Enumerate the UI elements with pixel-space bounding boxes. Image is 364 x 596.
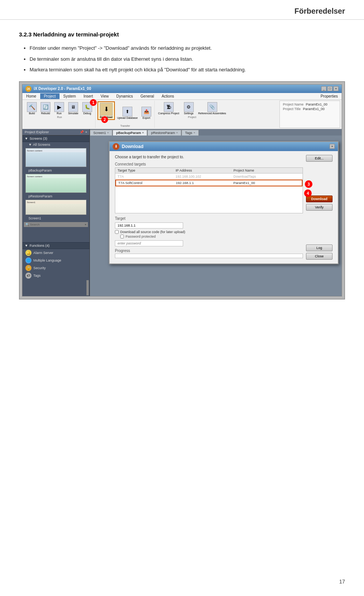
prop-title-label: Project Title <box>283 107 301 111</box>
compress-btn[interactable]: 🗜 Compress Project <box>157 101 181 115</box>
tab-prestoreparam[interactable]: pRestoreParam × <box>147 130 181 136</box>
run-group-buttons: 🔨 Build 🔄 Rebuild ▶ Run <box>25 101 94 115</box>
maximize-btn[interactable]: □ <box>327 86 333 91</box>
password-protected-label: Password protected <box>126 235 156 238</box>
dialog-left: Choose a target to transfer the project … <box>115 155 303 260</box>
faded-type: T7A <box>115 174 173 179</box>
func-alarm-server[interactable]: 🔔 Alarm Server <box>22 249 89 257</box>
close-btn-label: Close <box>315 254 323 258</box>
ide-window: iX iX Developer 2.0 - ParamEx1_00 _ □ × … <box>22 84 342 296</box>
password-protected-checkbox[interactable] <box>120 235 124 238</box>
search-clear-icon[interactable]: × <box>85 223 86 226</box>
download-source-checkbox-row: Download all source code (for later uplo… <box>115 230 303 234</box>
rebuild-icon: 🔄 <box>41 102 50 112</box>
tab-screen1-close[interactable]: × <box>107 131 109 134</box>
func-multilanguage[interactable]: 🌐 Multiple Language <box>22 257 89 264</box>
upload-database-label: Upload Database <box>117 117 138 119</box>
content-area: 3.2.3 Nerladdning av terminal-projekt Fö… <box>0 20 364 311</box>
referenced-btn[interactable]: 📎 Referenced Assemblies <box>197 101 228 115</box>
targets-table: Target Type IP Address Project Name T7A <box>115 167 303 213</box>
minimize-btn[interactable]: _ <box>321 86 326 91</box>
screen-thumb-prestore[interactable]: Screen content <box>25 174 86 193</box>
debug-label: Debug <box>83 112 91 115</box>
dialog-right-buttons: Edit... 4 Download <box>306 155 333 260</box>
table-row-faded[interactable]: T7A 192.168.100.102 DownloadTags <box>115 173 303 180</box>
ide-logo-icon: iX <box>25 86 31 92</box>
menu-actions[interactable]: Actions <box>158 93 178 99</box>
screen-thumb-pbackup[interactable]: Screen content <box>25 148 86 167</box>
menu-dynamics[interactable]: Dynamics <box>113 93 137 99</box>
dialog-subtitle: Choose a target to transfer the project … <box>115 155 303 159</box>
target-ip-input[interactable] <box>115 222 183 229</box>
title-bar-controls: _ □ × <box>321 86 339 91</box>
dialog-close-btn[interactable]: × <box>329 144 335 149</box>
tab-tags[interactable]: Tags × <box>182 130 199 136</box>
log-btn[interactable]: Log <box>306 244 333 251</box>
settings-icon: ⚙ <box>184 102 194 112</box>
close-btn[interactable]: × <box>333 86 339 91</box>
compress-icon: 🗜 <box>164 102 174 112</box>
menu-insert[interactable]: Insert <box>80 93 97 99</box>
password-protected-row: Password protected <box>115 235 303 238</box>
sidebar-close-icon[interactable]: × <box>85 130 87 134</box>
sidebar: Project Explorer 📌 × ▼ Screens (3) ▼ All… <box>22 129 90 296</box>
col-project-name: Project Name <box>231 168 303 173</box>
ide-content-area: Screen1 × pBackupParam × pRestoreParam × <box>90 129 342 296</box>
close-dialog-btn[interactable]: Close <box>306 253 333 260</box>
thumb-content-1: Screen content <box>26 148 86 167</box>
menu-home[interactable]: Home <box>22 93 40 99</box>
tab-pbackupparam-close[interactable]: × <box>142 131 144 134</box>
thumb-content-3: Screen1 <box>26 200 86 214</box>
tab-screen1[interactable]: Screen1 × <box>90 130 112 136</box>
search-placeholder: Search <box>30 223 39 226</box>
menu-view[interactable]: View <box>97 93 113 99</box>
edit-btn[interactable]: Edit... <box>306 155 333 162</box>
download-source-checkbox[interactable] <box>115 230 119 234</box>
prop-name-label: Project Name <box>283 102 304 106</box>
func-security[interactable]: 🔒 Security <box>22 264 89 272</box>
dialog-icon: ⬇ <box>113 143 119 150</box>
func-tags[interactable]: 🏷 Tags <box>22 272 89 279</box>
password-field[interactable] <box>115 240 183 246</box>
ide-title-text: iX Developer 2.0 - ParamEx1_00 <box>34 87 91 91</box>
menu-system[interactable]: System <box>60 93 80 99</box>
all-screens-item[interactable]: ▼ All Screens <box>22 142 89 147</box>
settings-btn[interactable]: ⚙ Settings <box>182 101 196 115</box>
tab-pbackupparam-label: pBackupParam <box>116 131 141 135</box>
referenced-icon: 📎 <box>207 102 217 112</box>
target-label: Target <box>115 216 303 221</box>
table-row-selected[interactable]: T7A SoftControl 192.168.1.1 ParamEx1_00 … <box>115 180 303 186</box>
transfer-group-label: Transfer <box>97 125 153 127</box>
download-ribbon-btn[interactable]: ⬇ Download 2 <box>97 101 115 120</box>
functions-header-label: Functions (4) <box>30 244 50 248</box>
tags-label: Tags <box>33 274 41 278</box>
sidebar-prestoreparam-label[interactable]: pRestoreParam <box>22 194 89 199</box>
menu-project[interactable]: Project <box>40 93 60 99</box>
screen-thumb-screen1[interactable]: Screen1 <box>25 200 86 215</box>
export-btn[interactable]: 📤 Export <box>140 106 153 120</box>
tab-tags-close[interactable]: × <box>193 131 195 134</box>
tab-pbackupparam[interactable]: pBackupParam × <box>113 130 147 136</box>
sidebar-scroll[interactable] <box>86 280 89 295</box>
download-ribbon-icon: ⬇ <box>100 103 113 116</box>
sidebar-pbackupparam-label[interactable]: pBackupParam <box>22 168 89 173</box>
col-target-type: Target Type <box>115 168 173 173</box>
tab-prestoreparam-label: pRestoreParam <box>151 131 175 135</box>
search-bar[interactable]: 🔍 Search × <box>24 222 88 227</box>
screens-section-header[interactable]: ▼ Screens (3) <box>22 136 89 142</box>
sidebar-screen1-label[interactable]: Screen1 <box>22 216 89 221</box>
properties-panel: Project Name ParamEx1_00 Project Title P… <box>279 101 340 128</box>
progress-label: Progress <box>115 249 303 253</box>
target-section: Target Download all source code (for lat… <box>115 216 303 258</box>
upload-database-btn[interactable]: ⬆ Upload Database <box>116 106 139 120</box>
page-wrapper: Förberedelser 3.2.3 Nerladdning av termi… <box>0 0 364 596</box>
functions-section-header[interactable]: ▼ Functions (4) <box>22 242 89 249</box>
rebuild-btn[interactable]: 🔄 Rebuild <box>39 101 52 115</box>
tab-prestoreparam-close[interactable]: × <box>176 131 178 134</box>
menu-general[interactable]: General <box>137 93 158 99</box>
simulate-btn[interactable]: 🖥 Simulate <box>66 101 80 115</box>
pin-icon: 📌 <box>80 130 84 134</box>
run-btn[interactable]: ▶ Run <box>53 101 66 115</box>
build-btn[interactable]: 🔨 Build <box>25 101 38 115</box>
verify-btn[interactable]: Verify <box>306 204 333 211</box>
